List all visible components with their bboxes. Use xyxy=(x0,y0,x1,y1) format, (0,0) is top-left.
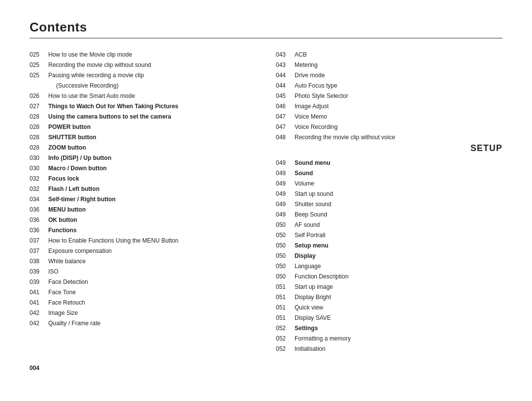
entry-number: 025 xyxy=(30,61,48,69)
entry-label: (Successive Recording) xyxy=(48,81,256,90)
entry-label: Display SAVE xyxy=(295,313,502,322)
entry-label: Image Adjust xyxy=(295,102,502,111)
entry-number: 048 xyxy=(276,133,295,142)
entry-label: Recording the movie clip without voice xyxy=(295,133,502,142)
entry-label: How to use the Movie clip mode xyxy=(48,50,256,59)
entry-number: 028 xyxy=(30,143,48,152)
entry-label: Focus lock xyxy=(48,174,256,183)
entry-label: Voice Memo xyxy=(295,112,502,121)
list-item: 028SHUTTER button xyxy=(30,133,256,142)
setup-label: SETUP xyxy=(276,143,502,154)
entry-number: 032 xyxy=(30,174,48,183)
entry-label: Voice Recording xyxy=(295,123,502,131)
entry-number: 047 xyxy=(276,123,295,131)
entry-label: Functions xyxy=(48,226,256,235)
content-area: 025How to use the Movie clip mode025Reco… xyxy=(30,50,502,355)
entry-number: 050 xyxy=(276,241,295,250)
entry-number: 049 xyxy=(276,210,295,219)
entry-label: AF sound xyxy=(295,220,502,229)
entry-number: 034 xyxy=(30,195,48,204)
entry-number: 037 xyxy=(30,247,48,255)
entry-number: 025 xyxy=(30,50,48,59)
list-item: 030Macro / Down button xyxy=(30,164,256,173)
list-item: 050Self Portrait xyxy=(276,231,502,240)
entry-number: 044 xyxy=(276,81,295,90)
entry-number xyxy=(30,81,48,90)
entry-number: 028 xyxy=(30,112,48,121)
list-item: 030Info (DISP) / Up button xyxy=(30,154,256,162)
list-item: 025Pausing while recording a movie clip xyxy=(30,71,256,80)
entry-label: Initialisation xyxy=(295,344,502,353)
entry-number: 049 xyxy=(276,158,295,167)
page: Contents 025How to use the Movie clip mo… xyxy=(0,0,532,386)
entry-number: 049 xyxy=(276,179,295,188)
list-item: (Successive Recording) xyxy=(30,81,256,90)
entry-label: Settings xyxy=(295,324,502,333)
list-item: 049Sound menu xyxy=(276,158,502,167)
entry-label: Quality / Frame rate xyxy=(48,319,256,328)
entry-number: 050 xyxy=(276,251,295,260)
entry-number: 049 xyxy=(276,169,295,178)
entry-label: OK button xyxy=(48,216,256,224)
entry-number: 036 xyxy=(30,205,48,214)
entry-number: 038 xyxy=(30,257,48,266)
entry-label: Start up image xyxy=(295,282,502,291)
entry-number: 052 xyxy=(276,334,295,343)
entry-label: Sound menu xyxy=(295,158,502,167)
entry-label: Self-timer / Right button xyxy=(48,195,256,204)
list-item: 052Settings xyxy=(276,324,502,333)
list-item: 050Function Description xyxy=(276,272,502,281)
list-item: 039Face Detection xyxy=(30,278,256,286)
entry-label: ACB xyxy=(295,50,502,59)
entry-label: Self Portrait xyxy=(295,231,502,240)
entry-number: 052 xyxy=(276,324,295,333)
list-item: 051Start up image xyxy=(276,282,502,291)
entry-label: Info (DISP) / Up button xyxy=(48,154,256,162)
entry-label: MENU button xyxy=(48,205,256,214)
entry-label: Face Detection xyxy=(48,278,256,286)
list-item: 049Volume xyxy=(276,179,502,188)
entry-number: 051 xyxy=(276,282,295,291)
list-item: 050Setup menu xyxy=(276,241,502,250)
entry-label: Things to Watch Out for When Taking Pict… xyxy=(48,102,256,111)
entry-number: 042 xyxy=(30,308,48,317)
list-item: 050AF sound xyxy=(276,220,502,229)
entry-label: Face Retouch xyxy=(48,298,256,307)
entry-number: 028 xyxy=(30,123,48,131)
list-item: 049Sound xyxy=(276,169,502,178)
list-item: 047Voice Memo xyxy=(276,112,502,121)
list-item: 043Metering xyxy=(276,61,502,69)
entry-label: SHUTTER button xyxy=(48,133,256,142)
list-item: 041Face Tone xyxy=(30,288,256,297)
list-item: 044Auto Focus type xyxy=(276,81,502,90)
entry-label: Formatting a memory xyxy=(295,334,502,343)
entry-label: ISO xyxy=(48,267,256,276)
list-item: 042Image Size xyxy=(30,308,256,317)
list-item: 051Display SAVE xyxy=(276,313,502,322)
entry-label: How to use the Smart Auto mode xyxy=(48,92,256,100)
list-item: 046Image Adjust xyxy=(276,102,502,111)
list-item: 039ISO xyxy=(30,267,256,276)
entry-number: 039 xyxy=(30,267,48,276)
entry-number: 032 xyxy=(30,185,48,193)
list-item: 036Functions xyxy=(30,226,256,235)
list-item: 036OK button xyxy=(30,216,256,224)
entry-number: 052 xyxy=(276,344,295,353)
entry-label: Image Size xyxy=(48,308,256,317)
list-item: 027Things to Watch Out for When Taking P… xyxy=(30,102,256,111)
list-item: 028ZOOM button xyxy=(30,143,256,152)
list-item: 036MENU button xyxy=(30,205,256,214)
entry-number: 039 xyxy=(30,278,48,286)
list-item: 047Voice Recording xyxy=(276,123,502,131)
entry-number: 043 xyxy=(276,61,295,69)
list-item: 038White balance xyxy=(30,257,256,266)
list-item: 048Recording the movie clip without voic… xyxy=(276,133,502,142)
entry-label: Photo Style Selector xyxy=(295,92,502,100)
entry-label: Recording the movie clip without sound xyxy=(48,61,256,69)
left-column: 025How to use the Movie clip mode025Reco… xyxy=(30,50,266,355)
right-column: 043ACB043Metering044Drive mode044Auto Fo… xyxy=(266,50,502,355)
entry-number: 044 xyxy=(276,71,295,80)
entry-number: 026 xyxy=(30,92,48,100)
entry-number: 046 xyxy=(276,102,295,111)
entry-label: Metering xyxy=(295,61,502,69)
